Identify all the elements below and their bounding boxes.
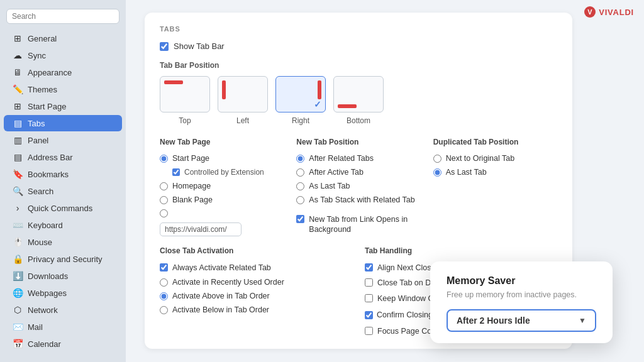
search-input[interactable] xyxy=(6,9,119,24)
align-next-close-checkbox[interactable] xyxy=(365,263,373,272)
sidebar-item-search[interactable]: 🔍 Search xyxy=(4,183,122,199)
focus-page-checkbox[interactable] xyxy=(365,327,373,335)
address-bar-icon: ▤ xyxy=(13,152,23,162)
sidebar-label-address-bar: Address Bar xyxy=(28,153,73,162)
sidebar-item-quick-commands[interactable]: › Quick Commands xyxy=(4,200,122,216)
always-activate-related-checkbox[interactable] xyxy=(160,263,168,272)
confirm-closing-checkbox[interactable] xyxy=(365,311,373,319)
sidebar-item-start-page[interactable]: ⊞ Start Page xyxy=(4,98,122,114)
sidebar-item-appearance[interactable]: 🖥 Appearance xyxy=(4,64,122,80)
activate-above-radio[interactable] xyxy=(160,292,168,300)
sidebar-label-quick-commands: Quick Commands xyxy=(28,204,92,213)
main-content: V VIVALDI TABS Show Tab Bar Tab Bar Posi… xyxy=(126,0,644,362)
always-activate-related-row: Always Activate Related Tab xyxy=(160,263,352,273)
ntp-as-tab-stack-radio[interactable] xyxy=(296,196,304,204)
tab-pos-right-box xyxy=(275,76,326,112)
ntp-after-related-label: After Related Tabs xyxy=(309,154,374,163)
tab-position-grid: Top Left Right Bottom xyxy=(160,76,557,125)
new-tab-blank-radio[interactable] xyxy=(160,196,168,204)
sidebar-item-webpages[interactable]: 🌐 Webpages xyxy=(4,285,122,301)
dup-next-original-label: Next to Original Tab xyxy=(446,154,515,163)
controlled-by-extension-row: Controlled by Extension xyxy=(172,168,284,177)
tab-pos-left[interactable]: Left xyxy=(218,76,268,125)
close-tab-activation-section: Close Tab Activation Always Activate Rel… xyxy=(160,246,352,336)
ntp-as-tab-stack-row: As Tab Stack with Related Tab xyxy=(296,195,420,204)
new-tab-custom-radio[interactable] xyxy=(160,209,168,217)
activate-above-row: Activate Above in Tab Order xyxy=(160,292,352,300)
ntp-after-active-row: After Active Tab xyxy=(296,168,420,177)
sidebar-label-sync: Sync xyxy=(28,51,46,60)
sidebar-item-keyboard[interactable]: ⌨️ Keyboard xyxy=(4,217,122,233)
ntp-after-related-radio[interactable] xyxy=(296,155,304,163)
tab-indicator-top xyxy=(164,80,183,84)
controlled-by-extension-checkbox[interactable] xyxy=(172,168,180,176)
new-tab-position-section: New Tab Position After Related Tabs Afte… xyxy=(296,138,420,236)
sidebar-item-general[interactable]: ⊞ General xyxy=(4,30,122,47)
dup-next-to-original-row: Next to Original Tab xyxy=(433,154,557,163)
ntp-after-related-row: After Related Tabs xyxy=(296,154,420,163)
new-tab-start-page-radio[interactable] xyxy=(160,155,168,163)
always-activate-related-label: Always Activate Related Tab xyxy=(172,263,271,273)
tab-pos-top[interactable]: Top xyxy=(160,76,210,125)
keyboard-icon: ⌨️ xyxy=(13,220,23,230)
tabs-icon: ▤ xyxy=(13,118,23,128)
sidebar-item-sync[interactable]: ☁ Sync xyxy=(4,47,122,63)
sidebar-item-themes[interactable]: ✏️ Themes xyxy=(4,81,122,97)
activate-below-radio[interactable] xyxy=(160,306,168,314)
tab-pos-bottom[interactable]: Bottom xyxy=(333,76,384,125)
sidebar-label-panel: Panel xyxy=(28,136,48,145)
privacy-icon: 🔒 xyxy=(13,254,23,264)
dup-as-last-radio[interactable] xyxy=(433,168,441,177)
tab-pos-right[interactable]: Right xyxy=(275,76,326,125)
sidebar-item-tabs[interactable]: ▤ Tabs xyxy=(4,115,122,131)
sidebar-label-tabs: Tabs xyxy=(28,119,45,128)
sidebar-item-address-bar[interactable]: ▤ Address Bar xyxy=(4,149,122,165)
sidebar-item-calendar[interactable]: 📅 Calendar xyxy=(4,336,122,352)
memory-saver-popup: Memory Saver Free up memory from inactiv… xyxy=(430,261,613,343)
sidebar-label-downloads: Downloads xyxy=(28,272,68,281)
sidebar-item-panel[interactable]: ▥ Panel xyxy=(4,132,122,148)
ntp-as-last-row: As Last Tab xyxy=(296,182,420,190)
duplicated-tab-position-section: Duplicated Tab Position Next to Original… xyxy=(433,138,557,236)
memory-saver-dropdown[interactable]: After 2 Hours Idle ▼ xyxy=(447,309,596,332)
new-tab-page-title: New Tab Page xyxy=(160,138,284,146)
tab-bar-position-title: Tab Bar Position xyxy=(160,61,557,70)
new-tab-blank-row: Blank Page xyxy=(160,195,284,204)
new-tab-from-link-checkbox[interactable] xyxy=(296,215,304,223)
new-tab-homepage-radio[interactable] xyxy=(160,182,168,190)
tab-handling-title: Tab Handling xyxy=(365,246,557,255)
sidebar-label-network: Network xyxy=(28,305,58,315)
sidebar-item-network[interactable]: ⬡ Network xyxy=(4,302,122,318)
vivaldi-v-icon: V xyxy=(584,6,596,18)
recently-used-radio[interactable] xyxy=(160,278,168,287)
tab-pos-bottom-label: Bottom xyxy=(347,116,370,125)
sidebar-item-mail[interactable]: ✉️ Mail xyxy=(4,319,122,335)
tab-pos-top-box xyxy=(160,76,210,112)
start-page-icon: ⊞ xyxy=(13,101,23,111)
tab-pos-top-label: Top xyxy=(179,116,191,125)
search-icon: 🔍 xyxy=(13,186,23,196)
memory-saver-dropdown-label: After 2 Hours Idle xyxy=(457,315,530,326)
sidebar-item-privacy-security[interactable]: 🔒 Privacy and Security xyxy=(4,251,122,267)
activate-below-row: Activate Below in Tab Order xyxy=(160,305,352,314)
new-tab-position-title: New Tab Position xyxy=(296,138,420,146)
new-tab-page-section: New Tab Page Start Page Controlled by Ex… xyxy=(160,138,284,236)
sidebar-item-downloads[interactable]: ⬇️ Downloads xyxy=(4,268,122,284)
custom-url-input[interactable] xyxy=(160,222,242,236)
sidebar-item-mouse[interactable]: 🖱️ Mouse xyxy=(4,234,122,250)
ntp-after-active-radio[interactable] xyxy=(296,168,304,177)
sidebar-item-bookmarks[interactable]: 🔖 Bookmarks xyxy=(4,166,122,182)
vivaldi-logo: V VIVALDI xyxy=(584,6,634,18)
tab-indicator-left xyxy=(222,80,226,99)
show-tab-bar-checkbox[interactable] xyxy=(160,42,169,51)
dup-next-original-radio[interactable] xyxy=(433,155,441,163)
close-double-click-checkbox[interactable] xyxy=(365,278,373,287)
sidebar-items: ⊞ General ☁ Sync 🖥 Appearance ✏️ Themes … xyxy=(0,30,126,352)
ntp-as-last-radio[interactable] xyxy=(296,182,304,190)
tab-pos-bottom-box xyxy=(333,76,384,112)
keep-window-open-checkbox[interactable] xyxy=(365,294,373,302)
dup-as-last-label: As Last Tab xyxy=(446,168,487,177)
ntp-after-active-label: After Active Tab xyxy=(309,168,364,177)
sidebar-label-search: Search xyxy=(28,187,53,196)
tab-pos-left-box xyxy=(218,76,268,112)
